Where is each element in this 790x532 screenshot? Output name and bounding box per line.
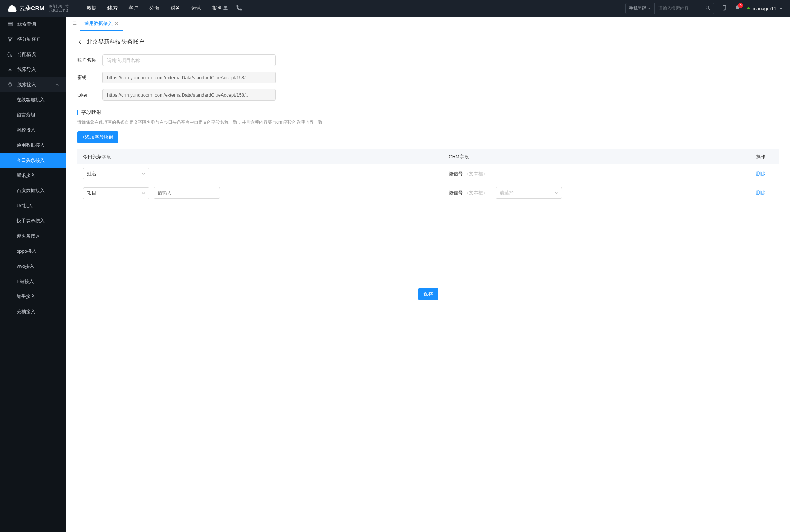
sidebar-item[interactable]: 线索查询 (0, 17, 66, 32)
pie-icon (7, 52, 13, 57)
nav-item[interactable]: 报名 (212, 1, 222, 16)
nav-item[interactable]: 运营 (191, 1, 201, 16)
nav-item[interactable]: 数据 (87, 1, 97, 16)
nav-item[interactable]: 客户 (128, 1, 139, 16)
search-icon (705, 5, 710, 10)
add-mapping-button[interactable]: +添加字段映射 (77, 131, 118, 143)
sidebar-subitem[interactable]: 留言分组 (0, 107, 66, 123)
main-content: 通用数据接入 ✕ 北京昱新科技头条账户 账户名称 密钥 token (66, 17, 790, 532)
sidebar-subitem[interactable]: 百度数据接入 (0, 183, 66, 198)
search-container: 手机号码 (625, 3, 714, 14)
input-secret[interactable] (102, 72, 276, 83)
nav-item[interactable]: 公海 (149, 1, 159, 16)
sidebar-subitem[interactable]: B站接入 (0, 274, 66, 289)
col-crm-field: CRM字段 (443, 149, 750, 164)
sidebar-item[interactable]: 分配情况 (0, 47, 66, 62)
sidebar-subitem[interactable]: 美柚接入 (0, 304, 66, 319)
chevron-down-icon (142, 172, 145, 176)
chevron-down-icon (779, 6, 783, 10)
sidebar-subitem[interactable]: vivo接入 (0, 259, 66, 274)
form-row-token: token (77, 89, 779, 101)
svg-point-1 (706, 6, 709, 9)
svg-rect-6 (8, 25, 12, 26)
nav-item[interactable]: 线索 (107, 1, 118, 16)
mobile-icon[interactable] (721, 5, 727, 12)
list-icon (7, 21, 13, 27)
sidebar-subitem[interactable]: 快手表单接入 (0, 213, 66, 229)
save-button[interactable]: 保存 (418, 288, 438, 300)
form-row-name: 账户名称 (77, 54, 779, 66)
user-add-icon[interactable] (222, 5, 229, 12)
logo-text: 云朵CRM (19, 5, 44, 12)
label-account-name: 账户名称 (77, 57, 102, 63)
sidebar-subitem[interactable]: 腾讯接入 (0, 168, 66, 183)
col-toutiao-field: 今日头条字段 (77, 149, 443, 164)
search-type-select[interactable]: 手机号码 (626, 3, 655, 14)
toutiao-field-select[interactable]: 项目 (83, 187, 149, 199)
plug-icon (7, 82, 13, 88)
mapping-table: 今日头条字段 CRM字段 操作 姓名 (77, 149, 779, 203)
filter-icon (7, 36, 13, 42)
logo: 云朵CRM 教育机构一站 式服务云平台 (7, 3, 69, 13)
sidebar: 线索查询待分配客户分配情况线索导入线索接入在线客服接入留言分组网校接入通用数据接… (0, 17, 66, 532)
tabs-bar: 通用数据接入 ✕ (66, 17, 790, 31)
sidebar-subitem[interactable]: UC接入 (0, 198, 66, 213)
search-input[interactable] (655, 4, 702, 13)
sidebar-subitem[interactable]: 趣头条接入 (0, 229, 66, 244)
search-button[interactable] (702, 3, 714, 14)
page-content: 北京昱新科技头条账户 账户名称 密钥 token 字段映射 请确保您在此填写的头… (66, 31, 790, 532)
crm-field-display: 微信号 （文本框） (449, 170, 488, 177)
export-icon (7, 67, 13, 72)
tabs-collapse-icon[interactable] (71, 19, 79, 28)
label-token: token (77, 92, 102, 98)
crm-field-select[interactable]: 请选择 (496, 187, 562, 199)
sidebar-subitem[interactable]: 网校接入 (0, 123, 66, 138)
crm-field-display: 微信号 （文本框） (449, 190, 488, 196)
notification-badge: 5 (738, 3, 743, 8)
table-row: 项目 微信号 （文本框） 请选择 (77, 183, 779, 203)
chevron-down-icon (142, 191, 145, 195)
chevron-down-icon (554, 191, 558, 195)
label-secret: 密钥 (77, 74, 102, 81)
tab-close-icon[interactable]: ✕ (115, 21, 118, 26)
header-right: 手机号码 5 manager11 (625, 3, 783, 14)
logo-subtitle: 教育机构一站 式服务云平台 (47, 4, 69, 12)
username: manager11 (752, 6, 776, 11)
section-title-mapping: 字段映射 (77, 109, 779, 116)
sidebar-subitem[interactable]: oppo接入 (0, 244, 66, 259)
tab-item[interactable]: 通用数据接入 ✕ (80, 17, 123, 31)
user-menu[interactable]: manager11 (747, 6, 783, 11)
col-actions: 操作 (750, 149, 779, 164)
section-description: 请确保您在此填写的头条自定义字段名称与在今日头条平台中自定义的字段名称一致，并且… (77, 119, 779, 125)
footer-bar: 保存 (77, 282, 779, 306)
sidebar-subitem[interactable]: 知乎接入 (0, 289, 66, 304)
delete-link[interactable]: 删除 (756, 190, 765, 195)
toutiao-field-select[interactable]: 姓名 (83, 168, 149, 179)
cloud-icon (7, 3, 17, 13)
main-nav: 数据线索客户公海财务运营报名 (87, 1, 222, 16)
svg-rect-2 (723, 5, 726, 10)
section-bar (77, 110, 78, 115)
notification-icon[interactable]: 5 (734, 5, 740, 12)
back-icon[interactable] (77, 39, 83, 45)
chevron-up-icon (56, 83, 59, 87)
sidebar-item[interactable]: 待分配客户 (0, 32, 66, 47)
delete-link[interactable]: 删除 (756, 171, 765, 176)
sidebar-subitem[interactable]: 今日头条接入 (0, 153, 66, 168)
sidebar-item[interactable]: 线索导入 (0, 62, 66, 77)
table-row: 姓名 微信号 （文本框） 删除 (77, 164, 779, 183)
header: 云朵CRM 教育机构一站 式服务云平台 数据线索客户公海财务运营报名 手机号码 … (0, 0, 790, 17)
svg-rect-5 (8, 24, 12, 25)
nav-item[interactable]: 财务 (170, 1, 180, 16)
input-account-name[interactable] (102, 54, 276, 66)
sidebar-item[interactable]: 线索接入 (0, 77, 66, 92)
svg-rect-4 (8, 22, 12, 23)
sidebar-subitem[interactable]: 通用数据接入 (0, 138, 66, 153)
sidebar-subitem[interactable]: 在线客服接入 (0, 92, 66, 107)
chevron-down-icon (648, 7, 651, 10)
phone-icon[interactable] (236, 5, 242, 12)
toutiao-field-input[interactable] (154, 187, 220, 199)
svg-point-0 (224, 6, 227, 8)
input-token[interactable] (102, 89, 276, 101)
form-row-secret: 密钥 (77, 72, 779, 83)
